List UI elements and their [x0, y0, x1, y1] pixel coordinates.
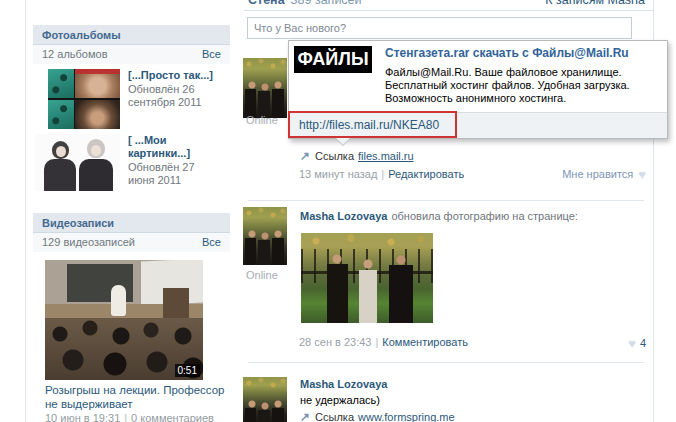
post-timestamp: 28 сен в 23:43 — [299, 336, 371, 348]
wall-header-underline — [244, 10, 653, 11]
description-line: Файлы@Mail.Ru. Ваше файловое хранилище. — [385, 66, 622, 78]
post-attachment-row: ↗Ссылкаwww.formspring.me — [300, 410, 455, 422]
attachment-label: Ссылка — [315, 150, 354, 162]
video-comments-link[interactable]: 0 комментариев — [131, 412, 214, 422]
attachment-link[interactable]: www.formspring.me — [358, 411, 455, 422]
edit-link[interactable]: Редактировать — [388, 168, 464, 180]
post-action-text: обновила фотографию на странице: — [391, 210, 578, 222]
album-info: [ ...Мои картинки...] Обновлён 27 июня 2… — [128, 134, 218, 191]
author-link[interactable]: Masha Lozovaya — [300, 210, 387, 222]
album-title-link[interactable]: [ ...Мои картинки...] — [128, 134, 218, 160]
like-button[interactable]: Мне нравится♥ — [562, 167, 646, 182]
post-meta-row: 13 минут назад|Редактировать — [299, 168, 464, 180]
album-item: [ ...Мои картинки...] Обновлён 27 июня 2… — [33, 134, 230, 191]
post-timestamp: 13 минут назад — [299, 168, 377, 180]
photo-albums-subheader: Все 12 альбомов — [33, 45, 230, 64]
art-shape — [75, 69, 120, 98]
video-duration-badge: 0:51 — [175, 364, 200, 377]
album-title-link[interactable]: [...Просто так...] — [128, 69, 218, 82]
art-shape — [48, 69, 74, 98]
post-header: Masha Lozovaya — [300, 378, 387, 390]
to-masha-posts-link[interactable]: К записям Masha — [545, 0, 645, 8]
avatar[interactable] — [243, 207, 287, 265]
online-status: Online — [246, 269, 278, 281]
video-meta: 10 июн в 19:31|0 комментариев — [45, 412, 230, 422]
likes-counter[interactable]: ♥4 — [628, 336, 646, 351]
album-updated-date: Обновлён 27 июня 2011 — [128, 161, 218, 187]
videos-all-link[interactable]: Все — [202, 236, 221, 248]
attachment-link[interactable]: files.mail.ru — [358, 150, 414, 162]
video-thumbnail[interactable]: 0:51 — [45, 260, 203, 380]
album-thumb-box — [33, 69, 120, 129]
post-divider — [248, 200, 644, 201]
post-divider — [248, 362, 644, 363]
page-left-border — [25, 0, 26, 422]
post-header: Masha Lozovayaобновила фотографию на стр… — [300, 210, 578, 222]
art-shape — [48, 100, 74, 129]
description-line: Возможность анонимного хостинга. — [385, 92, 566, 104]
album-thumb-box — [33, 134, 120, 191]
photo-albums-all-link[interactable]: Все — [202, 48, 221, 60]
wall-header: Стена389 записей К записям Masha — [248, 0, 645, 8]
like-label: Мне нравится — [562, 168, 633, 180]
online-status: Online — [246, 114, 278, 126]
album-info: [...Просто так...] Обновлён 26 сентября … — [128, 69, 218, 129]
heart-icon: ♥ — [628, 336, 636, 351]
link-attach-icon: ↗ — [300, 410, 310, 422]
video-item: 0:51 Розыгрыш на лекции. Профессор не вы… — [33, 260, 230, 422]
album-updated-date: Обновлён 26 сентября 2011 — [128, 83, 218, 109]
videos-module: Видеозаписи Все 129 видеозаписей 0:51 Ро… — [33, 213, 230, 422]
tooltip-body: ФАЙЛЫ Стенгазета.rar скачать с Файлы@Mai… — [289, 41, 667, 112]
art-shape — [79, 159, 113, 191]
video-title-link[interactable]: Розыгрыш на лекции. Профессор не выдержи… — [45, 383, 230, 411]
wall-title: Стена — [248, 0, 285, 7]
wall-title-group: Стена389 записей — [248, 0, 362, 8]
avatar[interactable] — [243, 58, 287, 118]
album-item: [...Просто так...] Обновлён 26 сентября … — [33, 69, 230, 129]
separator: | — [124, 412, 127, 422]
avatar[interactable] — [243, 377, 287, 422]
videos-header: Видеозаписи — [33, 213, 230, 233]
post-meta-row: 28 сен в 23:43|Комментировать — [299, 336, 468, 348]
videos-subheader: Все 129 видеозаписей — [33, 233, 230, 252]
files-mailru-logo: ФАЙЛЫ — [294, 46, 372, 73]
comment-link[interactable]: Комментировать — [382, 336, 468, 348]
art-shape — [44, 159, 76, 191]
video-date: 10 июн в 19:31 — [45, 412, 120, 422]
post-text: не удержалась) — [300, 394, 380, 406]
status-input[interactable] — [247, 17, 632, 39]
url-highlight-annotation — [288, 111, 457, 138]
wall-posts-count: 389 записей — [291, 0, 362, 7]
post-photo[interactable] — [301, 233, 433, 323]
photo-albums-module: Фотоальбомы Все 12 альбомов [...Просто т… — [33, 25, 230, 191]
description-line: Бесплатный хостинг файлов. Удобная загру… — [385, 79, 630, 91]
album-thumbnail[interactable] — [35, 134, 120, 191]
heart-icon: ♥ — [638, 167, 646, 182]
art-shape — [163, 288, 189, 320]
art-shape — [75, 100, 120, 129]
author-link[interactable]: Masha Lozovaya — [300, 378, 387, 390]
post-attachment-row: ↗Ссылкаfiles.mail.ru — [300, 149, 414, 163]
photo-albums-header: Фотоальбомы — [33, 25, 230, 45]
art-shape — [111, 285, 126, 316]
album-thumbnail[interactable] — [48, 69, 120, 129]
art-shape — [56, 146, 66, 157]
likes-count: 4 — [640, 337, 646, 349]
videos-count: 129 видеозаписей — [42, 236, 135, 248]
separator: | — [381, 168, 384, 180]
link-attach-icon: ↗ — [300, 149, 310, 163]
art-shape — [91, 145, 101, 156]
attachment-label: Ссылка — [315, 411, 354, 422]
photo-albums-count: 12 альбомов — [42, 48, 108, 60]
separator: | — [375, 336, 378, 348]
